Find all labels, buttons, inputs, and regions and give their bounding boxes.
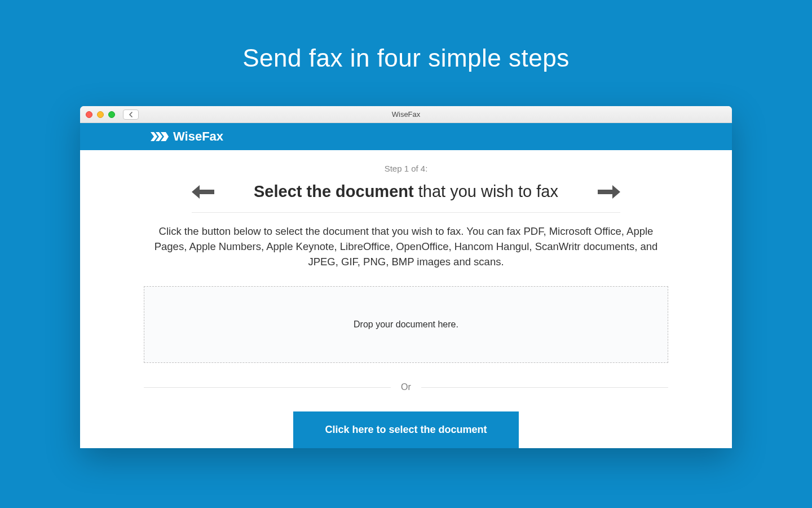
- minimize-window-button[interactable]: [97, 111, 104, 118]
- dropzone-label: Drop your document here.: [354, 319, 458, 329]
- chevron-left-icon: [129, 112, 133, 117]
- app-window: WiseFax WiseFax Step 1 of 4: Select the …: [80, 106, 732, 448]
- step-title: Select the document that you wish to fax: [254, 182, 558, 201]
- main-content: Step 1 of 4: Select the document that yo…: [80, 150, 732, 448]
- maximize-window-button[interactable]: [108, 111, 115, 118]
- divider-line-right: [421, 387, 668, 388]
- wisefax-logo-icon: [151, 130, 169, 143]
- arrow-left-icon: [192, 183, 214, 201]
- instructions-text: Click the button below to select the doc…: [147, 224, 665, 269]
- select-document-button[interactable]: Click here to select the document: [293, 411, 518, 448]
- page-heading: Send fax in four simple steps: [0, 0, 812, 72]
- back-button[interactable]: [123, 110, 139, 120]
- brand-name: WiseFax: [173, 129, 223, 144]
- step-header-row: Select the document that you wish to fax: [192, 178, 620, 213]
- brand-logo: WiseFax: [151, 129, 223, 144]
- step-title-rest: that you wish to fax: [414, 182, 558, 200]
- divider-line-left: [144, 387, 391, 388]
- step-counter: Step 1 of 4:: [136, 164, 676, 173]
- previous-step-button[interactable]: [192, 183, 214, 201]
- next-step-button[interactable]: [598, 183, 620, 201]
- step-title-bold: Select the document: [254, 182, 414, 200]
- traffic-lights: [86, 111, 115, 118]
- divider: Or: [144, 382, 668, 392]
- close-window-button[interactable]: [86, 111, 92, 118]
- app-header: WiseFax: [80, 123, 732, 150]
- arrow-right-icon: [598, 183, 620, 201]
- window-titlebar: WiseFax: [80, 106, 732, 123]
- divider-text: Or: [391, 382, 421, 392]
- window-title: WiseFax: [80, 110, 732, 119]
- document-dropzone[interactable]: Drop your document here.: [144, 286, 668, 363]
